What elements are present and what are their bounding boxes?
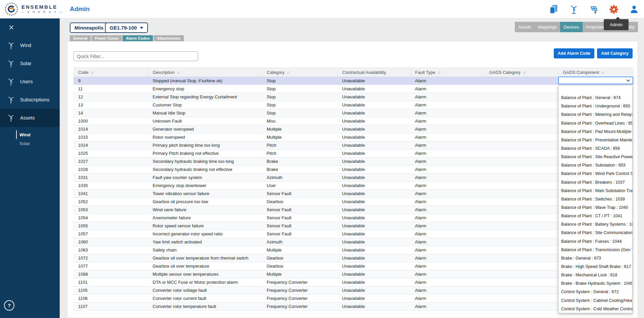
device-detail-tab[interactable]: Alarm Codes — [122, 35, 153, 41]
table-row[interactable]: 1014 Generator overspeed Multiple Unavai… — [73, 125, 634, 133]
gads-option[interactable]: Balance of Plant : Preventative Mainten.… — [558, 136, 632, 144]
gads-option[interactable]: Balance of Plant : SCADA : 656 — [558, 144, 632, 153]
cell-gads-category — [484, 166, 558, 174]
gads-option[interactable]: Balance of Plant : Fueses : 1044 — [558, 237, 632, 246]
gads-option[interactable]: Balance of Plant : General : 674 — [558, 94, 632, 102]
column-header[interactable]: Category↓↑ — [262, 68, 337, 77]
table-row[interactable]: 9 Stopped (manual Stop, if turbine ok) S… — [73, 77, 634, 85]
wind-turbine-icon[interactable] — [569, 5, 578, 14]
add-category-button[interactable]: Add Category — [597, 48, 633, 58]
gads-option[interactable]: Balance of Plant : Battery Systems : 10.… — [558, 220, 632, 229]
sidebar-item[interactable]: Assets — [0, 109, 60, 127]
table-row[interactable]: 1035 Emergency stop downtower User Unava… — [73, 182, 634, 190]
gads-option[interactable] — [558, 85, 632, 94]
gads-option[interactable]: Balance of Plant : Site Reactive Power .… — [558, 153, 632, 161]
cell-fault-type: Alarm — [410, 101, 484, 109]
gads-option[interactable]: Control System : General : 672 — [558, 288, 632, 296]
help-button[interactable]: ? — [4, 300, 14, 311]
table-row[interactable]: 1106 Converter rotor current fault Frequ… — [73, 294, 634, 303]
reports-icon[interactable] — [549, 5, 558, 14]
sidebar-item[interactable]: Wind — [0, 36, 60, 54]
table-row[interactable]: 12 External Stop regarding Energy Curtai… — [73, 93, 634, 101]
cell-code: 1107 — [73, 303, 148, 311]
brand-logo: ENSEMBLE — E N E R G Y — — [0, 2, 64, 16]
table-row[interactable]: 1024 Primary pitch braking time too long… — [73, 141, 634, 149]
gads-option[interactable]: Balance of Plant : Pad Mount-Mutilple ..… — [558, 128, 632, 136]
solar-icon[interactable] — [589, 5, 598, 14]
user-icon[interactable] — [629, 5, 639, 14]
gads-option[interactable]: Brake : Brake Hydraulic System : 1045 — [558, 279, 632, 288]
table-row[interactable]: 1055 Rotor speed sensor failure Sensor F… — [73, 222, 634, 230]
column-header[interactable]: Fault Type↓↑ — [410, 68, 484, 77]
table-row[interactable]: 1077 Gearbox oil over temperature Gearbo… — [73, 262, 634, 270]
sidebar-subitem[interactable]: Solar — [16, 139, 60, 148]
sidebar-item[interactable]: Subscriptions — [0, 91, 60, 109]
sidebar-item[interactable]: Users — [0, 73, 60, 91]
table-row[interactable]: 1107 Converter rotor temperature fault F… — [73, 303, 634, 311]
cell-gads-category — [484, 157, 558, 166]
admin-section-tab[interactable]: Assets — [515, 22, 535, 32]
table-row[interactable]: 1105 Converter rotor voltage fault Frequ… — [73, 286, 634, 294]
gads-option[interactable]: Balance of Plant : Underground : 650 — [558, 102, 632, 110]
column-header[interactable]: GADS Component↓↑ — [558, 68, 634, 77]
gads-option[interactable]: Balance of Plant : Breakers : 1037 — [558, 178, 632, 187]
device-detail-tab[interactable]: General — [70, 35, 91, 41]
table-row[interactable]: 11 Emergency stop Stop Unavailable Alarm — [73, 85, 634, 93]
gads-option[interactable]: Balance of Plant : Wave Trap : 1040 — [558, 203, 632, 212]
table-row[interactable]: 1072 Gearbox oil over temperature from t… — [73, 254, 634, 262]
table-row[interactable]: 1025 Primary Pitch braking not effective… — [73, 149, 634, 157]
gads-option[interactable]: Control System : Cold Weather Control ..… — [558, 305, 632, 313]
column-header[interactable]: Contractual Availability — [337, 68, 410, 77]
gads-component-select[interactable] — [558, 77, 633, 84]
device-detail-tab[interactable]: Power Curve — [92, 35, 122, 41]
table-row[interactable]: 1028 Secondary hydraulic braking not eff… — [73, 166, 634, 174]
table-row[interactable]: 1054 Anemometer failure Sensor Fault Una… — [73, 214, 634, 222]
model-select[interactable]: GE1.79-100 — [105, 22, 148, 33]
table-row[interactable]: 1057 Incorrect generator-rotor speed rat… — [73, 230, 634, 238]
table-row[interactable]: 1052 Gearbox oil pressure too low Gearbo… — [73, 198, 634, 206]
cell-category: Sensor Fault — [262, 206, 337, 214]
gads-option[interactable]: Balance of Plant : Overhead Lines : 652 — [558, 119, 632, 128]
gads-option[interactable]: Balance of Plant : Site Communication :.… — [558, 229, 632, 237]
gads-option[interactable]: Brake : Mechanical Lock : 618 — [558, 271, 632, 279]
table-row[interactable]: 1000 Unknown Fault Misc Unavailable Alar… — [73, 117, 634, 125]
admin-section-tab[interactable]: Mappings — [535, 22, 560, 32]
sidebar-subitem[interactable]: Wind — [16, 130, 60, 139]
gads-option[interactable]: Brake : High Speed Shaft Brake : 617 — [558, 263, 632, 271]
table-row[interactable]: 13 Customer Stop Stop Unavailable Alarm — [73, 101, 634, 109]
column-header[interactable]: GADS Category↓↑ — [484, 68, 558, 77]
table-row[interactable]: 1027 Secondary hydraulic braking time to… — [73, 157, 634, 166]
admin-gear-icon[interactable] — [609, 5, 619, 14]
table-row[interactable]: 1060 Yaw limit switch activated Azimuth … — [73, 238, 634, 246]
table-row[interactable]: 1088 Multiple sensor over temperatures M… — [73, 270, 634, 278]
table-row[interactable]: 14 Manual Idle Stop Stop Unavailable Ala… — [73, 109, 634, 117]
close-icon[interactable]: × — [7, 23, 16, 32]
table-row[interactable]: 1041 Tower vibration sensor failure Sens… — [73, 190, 634, 198]
gads-option[interactable]: Balance of Plant : Wind Park Control Sy.… — [558, 170, 632, 178]
table-row[interactable]: 1031 Fault yaw counter system Azimuth Un… — [73, 174, 634, 182]
table-row[interactable]: 1063 Safety chain Multiple Unavailable A… — [73, 246, 634, 254]
cell-description: Anemometer failure — [148, 214, 262, 222]
gads-option[interactable]: Balance of Plant : Substation : 653 — [558, 161, 632, 170]
cell-category: Stop — [262, 85, 337, 93]
gads-option[interactable]: Brake : General : 673 — [558, 254, 632, 263]
add-alarm-code-button[interactable]: Add Alarm Code — [554, 48, 594, 58]
sidebar-item[interactable]: Solar — [0, 54, 60, 73]
column-header[interactable]: Description↓↑ — [148, 68, 262, 77]
table-row[interactable]: 1053 Wind vane failure Sensor Fault Unav… — [73, 206, 634, 214]
gads-option[interactable]: Control System : Cabinet Cooling/Heati..… — [558, 297, 632, 305]
gads-option[interactable]: Balance of Plant : Switches : 1039 — [558, 195, 632, 203]
gads-option[interactable]: Balance of Plant : CT / PT : 1041 — [558, 212, 632, 220]
cell-code: 1088 — [73, 270, 148, 278]
column-header[interactable]: Code↓↑ — [73, 68, 148, 77]
device-detail-tab[interactable]: Attachments — [154, 35, 184, 41]
gads-option[interactable]: Balance of Plant : Main Substation Tran.… — [558, 187, 632, 195]
device-detail-tab-label: Alarm Codes — [126, 36, 150, 40]
gads-option[interactable]: Balance of Plant : Metering and Relays .… — [558, 110, 632, 119]
table-row[interactable]: 1101 DTA or MCC Fuse or Motor protection… — [73, 278, 634, 286]
table-row[interactable]: 1015 Rotor overspeed Multiple Unavailabl… — [73, 133, 634, 141]
gads-option[interactable]: Balance of Plant : Transmission (Gen Ti.… — [558, 246, 632, 254]
admin-section-tab[interactable]: Devices — [560, 22, 582, 32]
quick-filter-input[interactable] — [73, 51, 198, 61]
table-header-row: Code↓↑ Description↓↑ Category↓↑ Contract… — [73, 68, 634, 77]
